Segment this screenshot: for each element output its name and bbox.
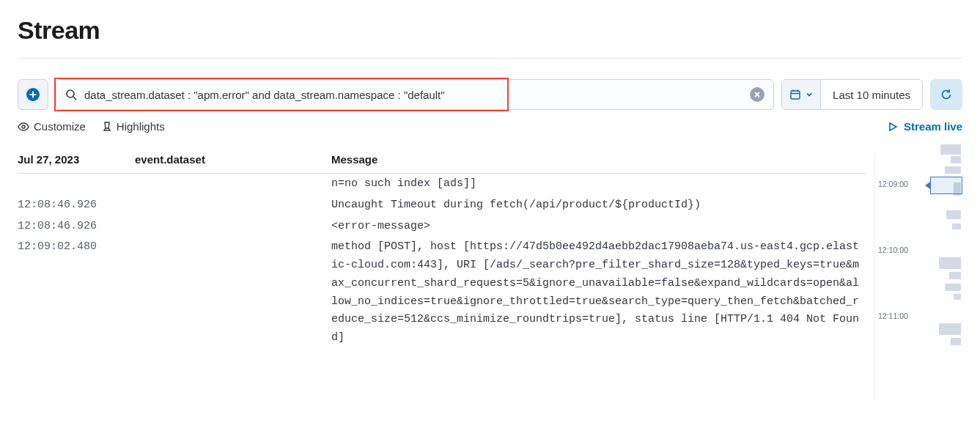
minimap-tick: 12:09:00 xyxy=(878,180,908,188)
log-table: Jul 27, 2023 event.dataset Message n=no … xyxy=(18,153,874,402)
play-icon xyxy=(888,122,898,132)
log-dataset xyxy=(135,175,331,193)
chevron-down-icon xyxy=(806,91,813,98)
highlights-label: Highlights xyxy=(117,120,165,133)
page-title: Stream xyxy=(18,16,962,45)
svg-point-11 xyxy=(22,125,25,128)
add-filter-button[interactable] xyxy=(18,79,48,110)
svg-marker-12 xyxy=(890,123,896,130)
table-row[interactable]: 12:08:46.926<error-message> xyxy=(18,216,866,237)
refresh-icon xyxy=(940,89,952,100)
table-header: Jul 27, 2023 event.dataset Message xyxy=(18,153,866,174)
log-message: <error-message> xyxy=(331,218,866,236)
filter-bar: Last 10 minutes xyxy=(18,79,962,110)
search-icon xyxy=(65,89,77,100)
minimap-tick: 12:11:00 xyxy=(878,311,908,320)
clear-search-button[interactable] xyxy=(750,87,765,102)
column-header-message[interactable]: Message xyxy=(331,153,866,166)
column-header-dataset[interactable]: event.dataset xyxy=(135,153,331,166)
log-dataset xyxy=(135,238,331,347)
log-timestamp: 12:09:02.480 xyxy=(18,238,135,347)
stream-live-button[interactable]: Stream live xyxy=(888,120,962,133)
svg-point-3 xyxy=(67,90,74,97)
sub-controls: Customize Highlights Stream live xyxy=(18,120,962,133)
refresh-button[interactable] xyxy=(930,79,962,110)
minimap-viewport[interactable] xyxy=(930,177,962,194)
eye-icon xyxy=(18,122,29,131)
calendar-icon xyxy=(789,89,801,100)
minimap[interactable]: 12:09:00 12:10:00 12:11:00 xyxy=(874,153,962,402)
search-bar[interactable] xyxy=(56,79,774,110)
minimap-tick: 12:10:00 xyxy=(878,246,908,254)
svg-rect-7 xyxy=(791,91,800,99)
log-dataset xyxy=(135,196,331,215)
svg-rect-2 xyxy=(30,94,37,95)
log-message: Uncaught Timeout during fetch(/api/produ… xyxy=(331,196,866,215)
svg-line-4 xyxy=(73,97,76,100)
customize-button[interactable]: Customize xyxy=(18,120,86,133)
log-timestamp: 12:08:46.926 xyxy=(18,196,135,215)
customize-label: Customize xyxy=(34,120,86,133)
table-row[interactable]: 12:09:02.480method [POST], host [https:/… xyxy=(18,237,866,349)
plus-circle-icon xyxy=(26,88,40,101)
date-picker-label: Last 10 minutes xyxy=(821,89,922,101)
log-timestamp: 12:08:46.926 xyxy=(18,218,135,236)
log-timestamp xyxy=(18,175,135,193)
log-dataset xyxy=(135,218,331,236)
table-row[interactable]: 12:08:46.926Uncaught Timeout during fetc… xyxy=(18,195,866,216)
highlights-button[interactable]: Highlights xyxy=(102,120,165,133)
column-header-date[interactable]: Jul 27, 2023 xyxy=(18,153,135,166)
divider xyxy=(18,58,962,59)
highlight-icon xyxy=(102,121,112,133)
stream-live-label: Stream live xyxy=(904,120,962,133)
search-input[interactable] xyxy=(84,89,750,101)
date-picker-button[interactable]: Last 10 minutes xyxy=(781,79,923,110)
close-icon xyxy=(754,91,761,98)
table-row[interactable]: n=no such index [ads]] xyxy=(18,174,866,195)
log-message: n=no such index [ads]] xyxy=(331,175,866,193)
log-message: method [POST], host [https://47d5b0ee492… xyxy=(331,238,866,347)
